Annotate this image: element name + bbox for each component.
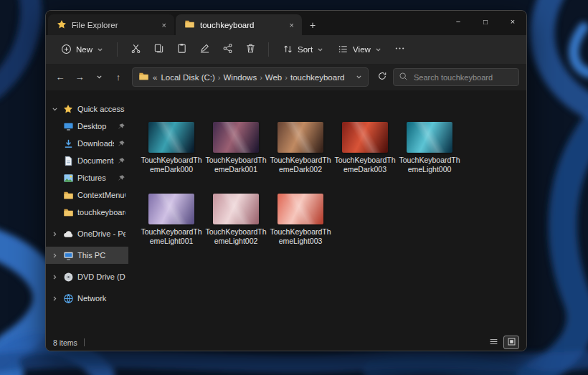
star-icon bbox=[62, 104, 74, 114]
sidebar-item-this-pc[interactable]: This PC bbox=[46, 247, 128, 264]
file-explorer-window: File Explorer × touchkeyboard × + − □ × … bbox=[45, 10, 527, 351]
status-divider bbox=[84, 338, 85, 346]
chevron-down-icon bbox=[317, 47, 323, 53]
breadcrumb-overflow[interactable]: « bbox=[153, 73, 157, 82]
close-button[interactable]: × bbox=[499, 11, 526, 32]
file-name: TouchKeyboardThemeDark003 bbox=[333, 156, 397, 174]
file-tile[interactable]: TouchKeyboardThemeDark003 bbox=[333, 122, 397, 174]
tab-label: File Explorer bbox=[72, 21, 155, 29]
recent-locations-button[interactable] bbox=[90, 69, 108, 86]
file-tile[interactable]: TouchKeyboardThemeDark000 bbox=[140, 122, 203, 174]
paste-icon bbox=[176, 43, 187, 57]
file-tile[interactable]: TouchKeyboardThemeLight001 bbox=[140, 194, 203, 246]
file-thumbnail bbox=[278, 122, 323, 153]
sidebar-item-downloads[interactable]: Downloads bbox=[46, 135, 128, 152]
sidebar-item-contextmenucust[interactable]: ContextMenuCust bbox=[46, 186, 128, 204]
share-button[interactable] bbox=[217, 39, 238, 60]
status-view-toggles bbox=[485, 336, 519, 349]
rename-icon bbox=[199, 43, 210, 57]
file-thumbnail bbox=[213, 122, 259, 153]
breadcrumb-item[interactable]: Windows bbox=[223, 73, 257, 82]
chevron-right-icon[interactable] bbox=[51, 274, 59, 280]
sidebar-item-dvd-drive-d-ccco[interactable]: DVD Drive (D:) CCCO bbox=[46, 268, 128, 285]
paste-button[interactable] bbox=[171, 39, 192, 60]
sidebar-item-desktop[interactable]: Desktop bbox=[46, 118, 128, 135]
file-tile[interactable]: TouchKeyboardThemeLight002 bbox=[204, 194, 267, 246]
items-count: 8 items bbox=[53, 338, 77, 347]
file-thumbnail bbox=[213, 194, 259, 224]
sidebar-item-label: Documents bbox=[77, 156, 114, 165]
new-button[interactable]: New bbox=[54, 40, 110, 60]
pin-icon bbox=[118, 174, 125, 182]
address-bar: ← → ↑ « Local Disk (C:)›Windows›Web›touc… bbox=[46, 64, 526, 90]
file-tile[interactable]: TouchKeyboardThemeDark001 bbox=[204, 122, 267, 174]
details-view-icon bbox=[489, 337, 498, 348]
chevron-down-icon bbox=[97, 47, 103, 53]
minimize-button[interactable]: − bbox=[445, 11, 472, 32]
file-thumbnail bbox=[278, 194, 323, 224]
delete-button[interactable] bbox=[240, 39, 261, 60]
details-view-button[interactable] bbox=[485, 336, 501, 349]
copy-icon bbox=[153, 43, 164, 57]
file-list-pane: TouchKeyboardThemeDark000TouchKeyboardTh… bbox=[128, 90, 526, 334]
command-bar: New Sort View bbox=[46, 35, 526, 64]
download-icon bbox=[62, 138, 74, 149]
large-icons-view-button[interactable] bbox=[503, 336, 519, 349]
sidebar-item-touchkeyboard[interactable]: touchkeyboard bbox=[46, 204, 128, 221]
chevron-right-icon[interactable] bbox=[51, 252, 59, 259]
breadcrumb-items: Local Disk (C:)›Windows›Web›touchkeyboar… bbox=[161, 73, 344, 82]
tab-close-icon[interactable]: × bbox=[160, 21, 169, 29]
file-name: TouchKeyboardThemeDark002 bbox=[269, 156, 332, 174]
chevron-down-icon[interactable] bbox=[51, 106, 59, 113]
sidebar-item-label: DVD Drive (D:) CCCO bbox=[77, 272, 125, 281]
sidebar-item-onedrive-personal[interactable]: OneDrive - Personal bbox=[46, 225, 128, 242]
chevron-right-icon[interactable] bbox=[51, 295, 59, 302]
window-controls: − □ × bbox=[445, 11, 526, 34]
breadcrumb-item[interactable]: touchkeyboard bbox=[290, 73, 344, 82]
file-tile[interactable]: TouchKeyboardThemeLight000 bbox=[398, 122, 461, 174]
folder-icon bbox=[138, 71, 149, 83]
tab-touchkeyboard[interactable]: touchkeyboard × bbox=[176, 14, 302, 35]
view-icon bbox=[338, 44, 348, 56]
sidebar-item-quick-access[interactable]: Quick access bbox=[46, 100, 128, 118]
tab-close-icon[interactable]: × bbox=[288, 21, 296, 29]
navigation-pane: Quick accessDesktopDownloadsDocumentsPic… bbox=[46, 90, 128, 334]
chevron-right-icon[interactable] bbox=[51, 231, 59, 237]
star-icon bbox=[57, 19, 67, 31]
back-button[interactable]: ← bbox=[52, 69, 69, 86]
cut-button[interactable] bbox=[125, 39, 146, 60]
file-thumbnail bbox=[148, 122, 194, 153]
rename-button[interactable] bbox=[194, 39, 215, 60]
address-dropdown-icon[interactable] bbox=[356, 74, 362, 80]
sidebar-item-network[interactable]: Network bbox=[46, 290, 128, 307]
sidebar-item-pictures[interactable]: Pictures bbox=[46, 169, 128, 186]
view-button[interactable]: View bbox=[331, 40, 388, 60]
file-tile[interactable]: TouchKeyboardThemeLight003 bbox=[269, 194, 332, 246]
search-box[interactable] bbox=[393, 68, 519, 86]
sort-button[interactable]: Sort bbox=[276, 40, 330, 60]
refresh-button[interactable] bbox=[374, 69, 391, 86]
cut-icon bbox=[131, 43, 141, 57]
up-button[interactable]: ↑ bbox=[110, 69, 127, 86]
copy-button[interactable] bbox=[148, 39, 169, 60]
tab-file-explorer[interactable]: File Explorer × bbox=[48, 14, 174, 35]
new-tab-button[interactable]: + bbox=[303, 14, 322, 35]
file-name: TouchKeyboardThemeLight000 bbox=[398, 156, 461, 174]
sidebar-item-label: ContextMenuCust bbox=[77, 191, 125, 199]
breadcrumb[interactable]: « Local Disk (C:)›Windows›Web›touchkeybo… bbox=[132, 67, 369, 87]
breadcrumb-item[interactable]: Web bbox=[265, 73, 282, 82]
breadcrumb-item[interactable]: Local Disk (C:) bbox=[161, 73, 214, 82]
tab-bar: File Explorer × touchkeyboard × + − □ × bbox=[46, 11, 526, 35]
document-icon bbox=[62, 156, 74, 166]
search-input[interactable] bbox=[412, 72, 513, 82]
sidebar-item-label: This PC bbox=[77, 251, 125, 260]
sidebar-item-label: Network bbox=[77, 294, 125, 303]
forward-button[interactable]: → bbox=[71, 69, 88, 86]
sidebar-item-documents[interactable]: Documents bbox=[46, 152, 128, 169]
toolbar-divider bbox=[268, 42, 269, 57]
file-tile[interactable]: TouchKeyboardThemeDark002 bbox=[269, 122, 332, 174]
more-options-button[interactable] bbox=[389, 39, 411, 60]
maximize-button[interactable]: □ bbox=[472, 11, 499, 32]
large-icons-view-icon bbox=[507, 337, 516, 348]
sidebar-item-label: Downloads bbox=[77, 139, 114, 148]
